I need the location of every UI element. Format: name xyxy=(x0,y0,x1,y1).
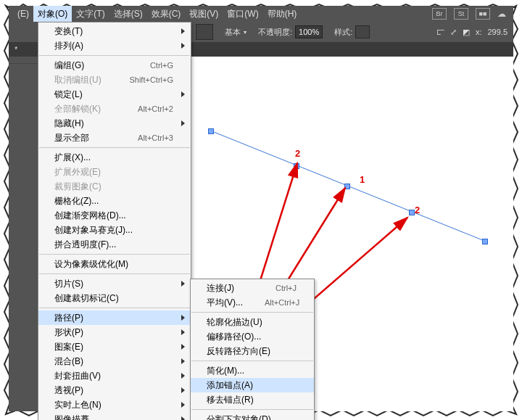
menu-flatten[interactable]: 拼合透明度(F)... xyxy=(38,237,191,252)
anchor-point[interactable] xyxy=(208,128,214,134)
annotation-number: 2 xyxy=(415,205,420,215)
menu-unlock-all[interactable]: 全部解锁(K)Alt+Ctrl+2 xyxy=(38,102,191,116)
menu-hide[interactable]: 隐藏(H) xyxy=(38,116,191,131)
menu-lock[interactable]: 锁定(L) xyxy=(38,87,191,102)
menu-live-paint[interactable]: 实时上色(N) xyxy=(38,398,191,412)
menu-average[interactable]: 平均(V)...Alt+Ctrl+J xyxy=(191,295,314,310)
menu-join[interactable]: 连接(J)Ctrl+J xyxy=(191,281,314,295)
menu-create-mosaic[interactable]: 创建对象马赛克(J)... xyxy=(38,223,191,237)
menu-pattern[interactable]: 图案(E) xyxy=(38,339,191,354)
menu-crop-image[interactable]: 裁剪图象(C) xyxy=(38,179,191,194)
annotation-number: 1 xyxy=(360,174,365,185)
menu-trim-marks[interactable]: 创建裁切标记(C) xyxy=(38,291,191,305)
menu-transform[interactable]: 变换(T) xyxy=(38,24,191,38)
menu-expand-appearance[interactable]: 扩展外观(E) xyxy=(38,165,191,179)
anchor-point[interactable] xyxy=(409,210,415,215)
menu-reverse-path[interactable]: 反转路径方向(E) xyxy=(191,344,314,358)
menu-perspective[interactable]: 透视(P) xyxy=(38,383,191,398)
menu-envelope[interactable]: 封套扭曲(V) xyxy=(38,368,191,383)
menu-expand[interactable]: 扩展(X)... xyxy=(38,150,191,165)
menu-arrange[interactable]: 排列(A) xyxy=(38,38,191,53)
menu-show-all[interactable]: 显示全部Alt+Ctrl+3 xyxy=(38,131,191,145)
menu-ungroup[interactable]: 取消编组(U)Shift+Ctrl+G xyxy=(38,73,191,87)
menu-simplify[interactable]: 简化(M)... xyxy=(191,363,314,378)
menu-image-trace[interactable]: 图像描摹 xyxy=(38,412,191,420)
anchor-point[interactable] xyxy=(344,184,350,189)
anchor-point[interactable] xyxy=(482,239,488,244)
menu-add-anchor[interactable]: 添加锚点(A) xyxy=(191,378,314,392)
menu-rasterize[interactable]: 栅格化(Z)... xyxy=(38,194,191,208)
annotation-number: 2 xyxy=(295,148,300,159)
path-submenu: 连接(J)Ctrl+J 平均(V)...Alt+Ctrl+J 轮廓化描边(U) … xyxy=(190,279,315,420)
menu-blend[interactable]: 混合(B) xyxy=(38,354,191,368)
menu-shape[interactable]: 形状(P) xyxy=(38,325,191,339)
menu-slice[interactable]: 切片(S) xyxy=(38,276,191,291)
menu-create-mesh[interactable]: 创建渐变网格(D)... xyxy=(38,208,191,223)
menu-divide-below[interactable]: 分割下方对象(D) xyxy=(191,412,314,420)
menu-offset-path[interactable]: 偏移路径(O)... xyxy=(191,329,314,344)
menu-group[interactable]: 编组(G)Ctrl+G xyxy=(38,58,191,73)
anchor-point[interactable] xyxy=(294,163,299,169)
menu-pixel-optimize[interactable]: 设为像素级优化(M) xyxy=(38,257,191,271)
menu-path[interactable]: 路径(P) xyxy=(38,310,191,325)
menu-outline-stroke[interactable]: 轮廓化描边(U) xyxy=(191,315,314,329)
object-menu: 变换(T) 排列(A) 编组(G)Ctrl+G 取消编组(U)Shift+Ctr… xyxy=(38,22,191,420)
menu-remove-anchor[interactable]: 移去锚点(R) xyxy=(191,392,314,407)
